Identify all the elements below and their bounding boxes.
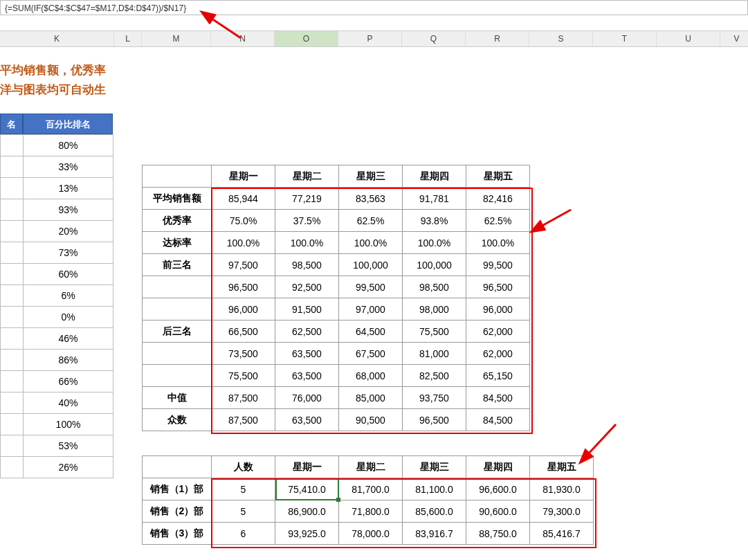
row-label[interactable]: 优秀率 [143, 210, 212, 232]
row-label[interactable] [143, 298, 212, 320]
data-cell[interactable]: 86,900.0 [275, 500, 339, 523]
data-cell[interactable]: 85,416.7 [530, 523, 594, 545]
rank-cell[interactable] [1, 414, 24, 435]
col-header-L[interactable]: L [114, 31, 142, 46]
data-cell[interactable]: 63,500 [275, 365, 339, 387]
rank-cell[interactable] [1, 242, 24, 264]
dept-label[interactable]: 销售（3）部 [143, 523, 212, 545]
data-cell[interactable]: 76,000 [275, 387, 339, 409]
col-header-M[interactable]: M [142, 31, 211, 46]
data-cell[interactable]: 5 [212, 500, 275, 523]
data-cell[interactable]: 91,781 [403, 188, 466, 210]
pct-cell[interactable]: 0% [24, 307, 113, 328]
day-header[interactable]: 星期五 [466, 165, 530, 188]
col-header-K[interactable]: K [0, 31, 114, 46]
data-cell[interactable]: 96,500 [403, 409, 466, 431]
rank-cell[interactable] [1, 350, 24, 371]
dept-label[interactable]: 销售（2）部 [143, 500, 212, 523]
pct-rank-table[interactable]: 80%33%13%93%20%73%60%6%0%46%86%66%40%100… [0, 134, 113, 478]
data-cell[interactable]: 75,500 [403, 320, 466, 343]
data-cell[interactable]: 79,300.0 [530, 500, 594, 523]
col-header-R[interactable]: R [466, 31, 529, 46]
data-cell[interactable]: 5 [212, 478, 275, 500]
col-header-N[interactable]: N [211, 31, 275, 46]
data-cell[interactable]: 62,500 [275, 320, 339, 343]
rank-cell[interactable] [1, 156, 24, 178]
pct-cell[interactable]: 26% [24, 457, 113, 478]
data-cell[interactable]: 100.0% [339, 232, 403, 254]
data-cell[interactable]: 73,500 [212, 343, 275, 365]
data-cell[interactable]: 90,500 [339, 409, 403, 431]
col-header[interactable]: 星期四 [466, 456, 530, 478]
row-label[interactable] [143, 343, 212, 365]
rank-cell[interactable] [1, 264, 24, 285]
data-cell[interactable]: 100,000 [339, 254, 403, 276]
col-header[interactable]: 人数 [212, 456, 275, 478]
data-cell[interactable]: 81,000 [403, 343, 466, 365]
selected-cell[interactable]: 75,410.0 [275, 478, 339, 500]
day-header[interactable]: 星期二 [275, 165, 339, 188]
pct-cell[interactable]: 20% [24, 221, 113, 242]
data-cell[interactable]: 99,500 [466, 254, 530, 276]
rank-cell[interactable] [1, 371, 24, 392]
data-cell[interactable]: 96,600.0 [466, 478, 530, 500]
data-cell[interactable]: 98,000 [403, 298, 466, 320]
pct-cell[interactable]: 86% [24, 350, 113, 371]
pct-cell[interactable]: 46% [24, 328, 113, 350]
data-cell[interactable]: 97,500 [212, 254, 275, 276]
data-cell[interactable]: 65,150 [466, 365, 530, 387]
data-cell[interactable]: 100,000 [403, 254, 466, 276]
row-label[interactable]: 众数 [143, 409, 212, 431]
pct-cell[interactable]: 73% [24, 242, 113, 264]
row-label[interactable]: 达标率 [143, 232, 212, 254]
data-cell[interactable]: 98,500 [403, 276, 466, 298]
pct-cell[interactable]: 93% [24, 199, 113, 221]
pct-cell[interactable]: 100% [24, 414, 113, 435]
day-header[interactable]: 星期一 [212, 165, 275, 188]
summary-table[interactable]: 星期一星期二星期三星期四星期五平均销售额85,94477,21983,56391… [142, 165, 530, 431]
pct-cell[interactable]: 66% [24, 371, 113, 392]
data-cell[interactable]: 37.5% [275, 210, 339, 232]
data-cell[interactable]: 92,500 [275, 276, 339, 298]
data-cell[interactable]: 68,000 [339, 365, 403, 387]
data-cell[interactable]: 62,000 [466, 343, 530, 365]
data-cell[interactable]: 96,000 [466, 298, 530, 320]
data-cell[interactable]: 84,500 [466, 387, 530, 409]
pct-cell[interactable]: 13% [24, 178, 113, 199]
data-cell[interactable]: 100.0% [466, 232, 530, 254]
col-header[interactable]: 星期二 [339, 456, 403, 478]
rank-cell[interactable] [1, 199, 24, 221]
data-cell[interactable]: 81,100.0 [403, 478, 466, 500]
data-cell[interactable]: 85,000 [339, 387, 403, 409]
day-header[interactable]: 星期三 [339, 165, 403, 188]
data-cell[interactable]: 91,500 [275, 298, 339, 320]
data-cell[interactable]: 83,563 [339, 188, 403, 210]
col-header-V[interactable]: V [720, 31, 748, 46]
rank-cell[interactable] [1, 457, 24, 478]
data-cell[interactable]: 97,000 [339, 298, 403, 320]
data-cell[interactable]: 82,416 [466, 188, 530, 210]
rank-cell[interactable] [1, 328, 24, 350]
data-cell[interactable]: 66,500 [212, 320, 275, 343]
row-label[interactable]: 后三名 [143, 320, 212, 343]
col-header[interactable]: 星期三 [403, 456, 466, 478]
rank-cell[interactable] [1, 178, 24, 199]
col-header-T[interactable]: T [593, 31, 657, 46]
data-cell[interactable]: 75.0% [212, 210, 275, 232]
data-cell[interactable]: 87,500 [212, 409, 275, 431]
data-cell[interactable]: 96,000 [212, 298, 275, 320]
data-cell[interactable]: 77,219 [275, 188, 339, 210]
data-cell[interactable]: 93,925.0 [275, 523, 339, 545]
data-cell[interactable]: 96,500 [466, 276, 530, 298]
pct-cell[interactable]: 6% [24, 285, 113, 307]
formula-bar[interactable]: {=SUM(IF($C$4:$C$47=$M17,D$4:D$47))/$N17… [0, 0, 748, 15]
data-cell[interactable]: 100.0% [403, 232, 466, 254]
rank-cell[interactable] [1, 392, 24, 414]
dept-table[interactable]: 人数星期一星期二星期三星期四星期五销售（1）部575,410.081,700.0… [142, 455, 594, 545]
rank-cell[interactable] [1, 285, 24, 307]
data-cell[interactable]: 96,500 [212, 276, 275, 298]
pct-cell[interactable]: 40% [24, 392, 113, 414]
data-cell[interactable]: 85,600.0 [403, 500, 466, 523]
data-cell[interactable]: 63,500 [275, 343, 339, 365]
data-cell[interactable]: 67,500 [339, 343, 403, 365]
